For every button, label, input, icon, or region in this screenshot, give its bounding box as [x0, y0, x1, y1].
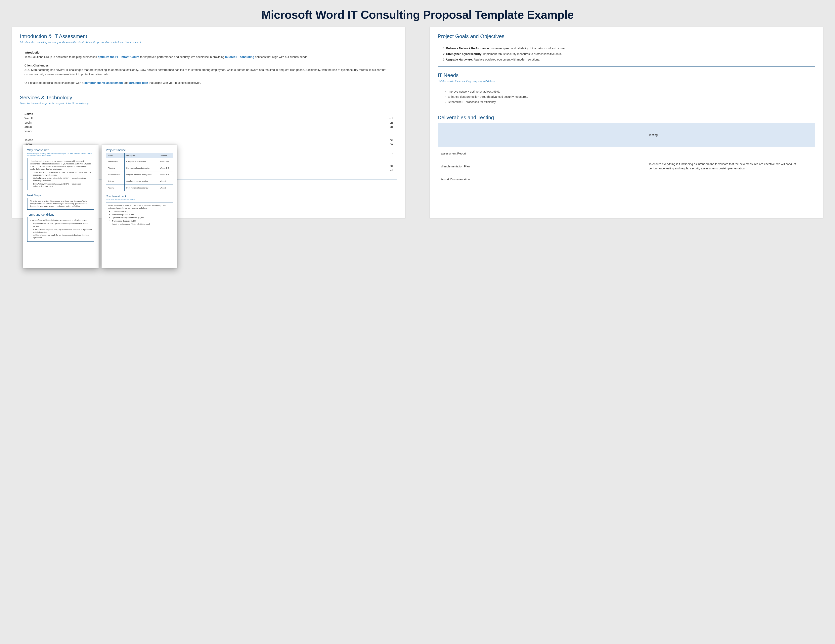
intro-heading: Introduction & IT Assessment: [20, 33, 397, 39]
t: Replace outdated equipment with modern s…: [473, 58, 540, 61]
b: Upgrade Hardware:: [446, 58, 473, 61]
next-heading: Next Steps: [27, 193, 94, 197]
deliv-row: tework Documentation: [438, 173, 645, 186]
terms-item: If the project's scope evolves, adjustme…: [33, 228, 92, 234]
goal-item: Upgrade Hardware: Replace outdated equip…: [446, 58, 811, 62]
deliverables-table: Testing assessment Report To ensure ever…: [438, 123, 815, 186]
goals-list: Enhance Network Performance: Increase sp…: [442, 46, 811, 62]
investment-sub: Break down the cost and provide the tota…: [106, 199, 173, 201]
frag: begin: [24, 121, 33, 125]
page-title: Microsoft Word IT Consulting Proposal Te…: [12, 8, 823, 21]
t: and: [123, 81, 129, 84]
frag: We off: [24, 116, 33, 121]
overlay-page-left: Why Choose Us? Explain why your company …: [23, 145, 99, 268]
tl-cell: Complete IT assessment: [124, 158, 158, 165]
deliverables-heading: Deliverables and Testing: [438, 114, 815, 121]
tl-cell: Conduct employee training: [124, 178, 158, 185]
services-sub: Describe the services provided as part o…: [20, 102, 397, 105]
tl-cell: Develop implementation plan: [124, 165, 158, 171]
overlay-page-right: Project Timeline Phase Description Durat…: [102, 145, 177, 268]
t: for improved performance and security. W…: [140, 55, 225, 58]
goal-para: Our goal is to address these challenges …: [24, 81, 393, 85]
frag: ne: [389, 138, 393, 142]
intro-label: Introduction: [24, 50, 393, 55]
t: services that align with our client's ne…: [254, 55, 308, 58]
team-item: Emily White, Cybersecurity Analyst (CISA…: [33, 183, 92, 188]
tl-col: Duration: [158, 153, 173, 158]
hl: strategic plan: [129, 81, 148, 84]
intro-sub: Introduce the consulting company and exp…: [20, 41, 397, 44]
t: Increase speed and reliability of the ne…: [490, 47, 565, 50]
frag: rot: [389, 168, 393, 173]
intro-box: Introduction Tech Solutions Group is ded…: [20, 47, 397, 89]
tl-cell: Weeks 3–4: [158, 165, 173, 171]
deliv-row: d Implementation Plan: [438, 160, 645, 173]
team-item: Michael Brown, Network Specialist (CCNP)…: [33, 177, 92, 182]
tl-cell: Upgrade hardware and systems: [124, 171, 158, 178]
terms-list: Payment terms are 50% upfront and 50% up…: [30, 222, 92, 239]
investment-intro: When it comes to investment, we strive t…: [108, 204, 171, 209]
terms-intro: In terms of our working relationship, we…: [30, 219, 92, 222]
tl-cell: Training: [106, 178, 125, 185]
t: Our goal is to address these challenges …: [24, 81, 84, 84]
why-intro: Choosing Tech Solutions Group means part…: [30, 160, 92, 170]
why-heading: Why Choose Us?: [27, 148, 94, 152]
terms-item: Additional costs may apply for services …: [33, 234, 92, 239]
frag: au: [389, 125, 393, 129]
tl-cell: Implementation: [106, 171, 125, 178]
hl: optimize their IT infrastructure: [98, 55, 140, 58]
team-list: Sarah Johnson, IT Consultant (CISSP, CCN…: [30, 171, 92, 188]
needs-box: Improve network uptime by at least 99%. …: [438, 86, 815, 109]
frag: areas: [24, 125, 33, 129]
investment-item: Cybersecurity Implementation: $3,000: [112, 217, 171, 219]
deliv-row: assessment Report: [438, 147, 645, 160]
needs-sub: List the results the consulting company …: [438, 79, 815, 83]
services-label: Servic: [24, 112, 33, 116]
page-right: Project Goals and Objectives Enhance Net…: [430, 27, 823, 218]
tl-cell: Post-implementation review: [124, 185, 158, 191]
t: Implement robust security measures to pr…: [482, 52, 562, 55]
goal-item: Enhance Network Performance: Increase sp…: [446, 46, 811, 51]
t: Tech Solutions Group is dedicated to hel…: [24, 55, 98, 58]
terms-heading: Terms and Conditions: [27, 213, 94, 217]
need-item: Streamline IT processes for efficiency.: [448, 100, 811, 104]
services-heading: Services & Technology: [20, 94, 397, 101]
tl-cell: Weeks 5–6: [158, 171, 173, 178]
investment-item: Ongoing Maintenance (Optional): $500/mon…: [112, 223, 171, 225]
deliv-col-blank: [438, 123, 645, 147]
tl-cell: Week 8: [158, 185, 173, 191]
team-item: Sarah Johnson, IT Consultant (CISSP, CCN…: [33, 171, 92, 176]
challenges-label: Client Challenges: [24, 63, 393, 68]
goals-heading: Project Goals and Objectives: [438, 33, 815, 39]
need-item: Improve network uptime by at least 99%.: [448, 89, 811, 94]
frag: vulner: [24, 129, 33, 134]
investment-item: Training and Support: $1,500: [112, 220, 171, 222]
frag: po: [389, 142, 393, 146]
investment-item: IT Assessment: $2,000: [112, 211, 171, 213]
why-sub: Explain why your company is the best fit…: [27, 153, 94, 156]
terms-box: In terms of our working relationship, we…: [27, 217, 94, 242]
frag: uct: [389, 116, 393, 121]
next-box: We invite you to review this proposal an…: [27, 198, 94, 209]
challenges-text: ABC Manufacturing has several IT challen…: [24, 68, 393, 77]
frag: en: [389, 121, 393, 125]
investment-item: Network Upgrades: $5,000: [112, 214, 171, 216]
t: that aligns with your business objective…: [148, 81, 201, 84]
tl-cell: Planning: [106, 165, 125, 171]
deliv-col-testing: Testing: [645, 123, 815, 147]
page-stack: Introduction & IT Assessment Introduce t…: [12, 27, 823, 278]
why-box: Choosing Tech Solutions Group means part…: [27, 158, 94, 190]
tl-cell: Weeks 1–2: [158, 158, 173, 165]
tl-cell: Week 7: [158, 178, 173, 185]
investment-list: IT Assessment: $2,000 Network Upgrades: …: [108, 211, 171, 225]
b: Enhance Network Performance:: [446, 47, 490, 50]
needs-list: Improve network uptime by at least 99%. …: [442, 89, 811, 104]
hl: tailored IT consulting: [225, 55, 255, 58]
timeline-table: Phase Description Duration AssessmentCom…: [106, 153, 173, 191]
tl-col: Description: [124, 153, 158, 158]
investment-box: When it comes to investment, we strive t…: [106, 202, 173, 228]
frag: co: [389, 164, 393, 168]
hl: comprehensive assessment: [84, 81, 123, 84]
timeline-heading: Project Timeline: [106, 148, 173, 152]
goals-box: Enhance Network Performance: Increase sp…: [438, 42, 815, 67]
